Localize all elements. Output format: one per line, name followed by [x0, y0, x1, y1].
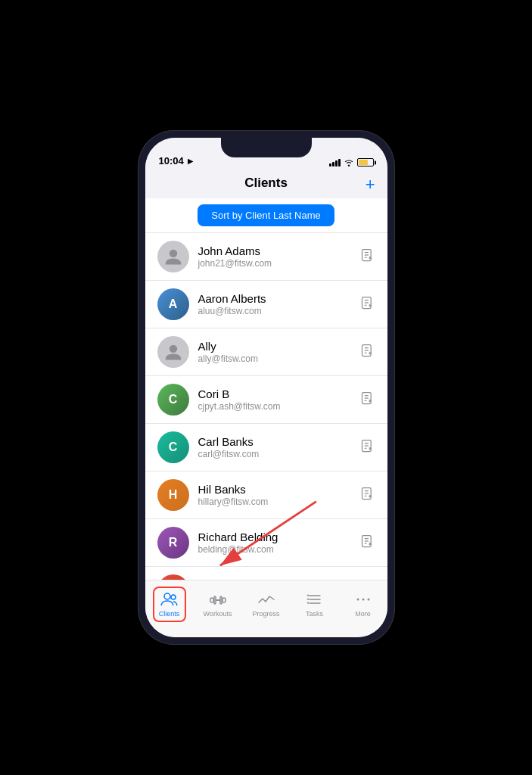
more-tab-icon: [353, 591, 374, 608]
list-item[interactable]: AAaron Albertsaluu@fitsw.com: [145, 281, 387, 328]
tab-progress[interactable]: Progress: [247, 591, 285, 618]
list-item[interactable]: Allyally@fitsw.com: [145, 328, 387, 376]
avatar: B: [157, 574, 189, 580]
client-name: John Adams: [198, 244, 351, 257]
page-title: Clients: [244, 176, 288, 191]
avatar: [157, 336, 189, 368]
client-info: Cori Bcjpyt.ash@fitsw.com: [198, 388, 351, 412]
svg-point-50: [367, 599, 369, 601]
tab-workouts[interactable]: Workouts: [199, 591, 237, 618]
status-icons: [329, 158, 374, 167]
client-name: Ally: [198, 340, 351, 353]
svg-rect-40: [210, 598, 213, 602]
client-email: belding@fitsw.com: [198, 544, 351, 555]
person-avatar-icon: [163, 342, 183, 362]
client-email: aluu@fitsw.com: [198, 306, 351, 316]
client-name: Cori B: [198, 388, 351, 400]
svg-rect-42: [214, 596, 216, 604]
clients-tab-highlight: Clients: [153, 587, 186, 622]
signal-icon: [329, 159, 341, 167]
list-item[interactable]: CCarl Bankscarl@fitsw.com: [145, 424, 387, 472]
tab-tasks[interactable]: Tasks: [296, 591, 334, 618]
avatar: A: [157, 288, 189, 320]
svg-point-9: [169, 345, 176, 353]
svg-point-48: [356, 599, 359, 601]
tab-clients[interactable]: Clients: [151, 587, 188, 622]
client-info: Aaron Albertsaluu@fitsw.com: [198, 292, 351, 316]
client-list: John Adamsjohn21@fitsw.com AAaron Albert…: [145, 233, 387, 580]
tasks-tab-label: Tasks: [306, 610, 323, 618]
client-email: ally@fitsw.com: [198, 353, 351, 364]
nav-header: Clients +: [145, 171, 387, 198]
person-avatar-icon: [163, 247, 183, 266]
svg-point-38: [164, 593, 170, 599]
list-item[interactable]: BBillbill@fitsw.com: [145, 567, 387, 580]
avatar: H: [157, 479, 189, 511]
clients-tab-label: Clients: [159, 610, 180, 618]
edit-client-icon[interactable]: [360, 534, 375, 552]
client-info: Richard Beldingbelding@fitsw.com: [198, 531, 351, 555]
client-email: john21@fitsw.com: [198, 258, 351, 269]
tab-more[interactable]: More: [344, 591, 382, 618]
client-info: John Adamsjohn21@fitsw.com: [198, 244, 351, 269]
battery-icon: [357, 158, 374, 167]
edit-client-icon[interactable]: [360, 247, 375, 266]
wifi-icon: [344, 158, 354, 167]
svg-rect-43: [220, 596, 222, 604]
avatar: [157, 241, 189, 272]
client-info: Hil Bankshillary@fitsw.com: [198, 483, 351, 507]
workouts-tab-icon: [207, 591, 229, 608]
client-email: cjpyt.ash@fitsw.com: [198, 401, 351, 412]
avatar: R: [157, 527, 189, 559]
progress-tab-icon: [256, 591, 277, 608]
sort-button-container: Sort by Client Last Name: [145, 198, 387, 233]
edit-client-icon[interactable]: [360, 391, 375, 409]
list-item[interactable]: RRichard Beldingbelding@fitsw.com: [145, 519, 387, 567]
progress-tab-label: Progress: [252, 610, 279, 618]
phone-frame: 10:04 ▶ Clients +: [138, 130, 395, 645]
workouts-tab-label: Workouts: [204, 610, 232, 618]
edit-client-icon[interactable]: [360, 486, 375, 505]
more-tab-label: More: [355, 610, 371, 618]
avatar: C: [157, 431, 189, 463]
svg-rect-41: [222, 598, 226, 602]
list-item[interactable]: John Adamsjohn21@fitsw.com: [145, 233, 387, 281]
client-info: Allyally@fitsw.com: [198, 340, 351, 364]
edit-client-icon[interactable]: [360, 343, 375, 362]
location-arrow-icon: ▶: [188, 157, 193, 165]
client-info: Carl Bankscarl@fitsw.com: [198, 435, 351, 459]
tasks-tab-icon: [304, 591, 325, 608]
list-item[interactable]: HHil Bankshillary@fitsw.com: [145, 472, 387, 519]
clients-tab-icon: [159, 591, 180, 608]
add-client-button[interactable]: +: [366, 176, 375, 193]
phone-screen: 10:04 ▶ Clients +: [145, 138, 387, 637]
edit-client-icon[interactable]: [360, 438, 375, 457]
client-name: Aaron Alberts: [198, 292, 351, 305]
time-display: 10:04: [159, 155, 184, 167]
client-email: hillary@fitsw.com: [198, 496, 351, 507]
sort-by-last-name-button[interactable]: Sort by Client Last Name: [198, 204, 334, 226]
tab-bar: Clients Workouts Progress Tasks: [145, 580, 387, 637]
client-name: Hil Banks: [198, 483, 351, 496]
svg-point-0: [169, 250, 176, 257]
edit-client-icon[interactable]: [360, 295, 375, 314]
notch: [221, 138, 312, 157]
status-time: 10:04 ▶: [159, 155, 193, 167]
client-name: Richard Belding: [198, 531, 351, 543]
list-item[interactable]: CCori Bcjpyt.ash@fitsw.com: [145, 376, 387, 424]
svg-point-49: [362, 599, 364, 601]
client-name: Carl Banks: [198, 435, 351, 448]
svg-point-39: [171, 595, 176, 599]
client-email: carl@fitsw.com: [198, 449, 351, 459]
avatar: C: [157, 384, 189, 416]
